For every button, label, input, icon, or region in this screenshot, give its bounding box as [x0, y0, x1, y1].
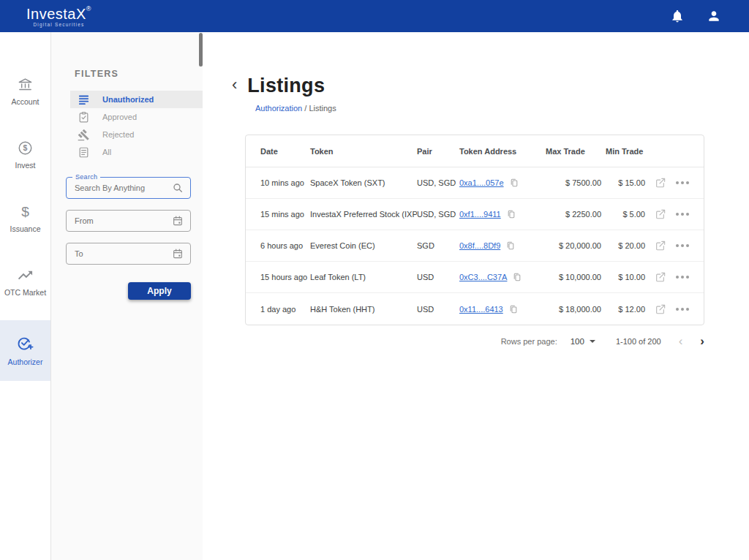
search-icon[interactable]	[172, 182, 184, 194]
token-address-link[interactable]: 0xa1....057e	[459, 178, 504, 187]
cell-max-trade: $ 10,000.00	[546, 273, 606, 281]
svg-text:$: $	[21, 204, 29, 219]
listings-table: Date Token Pair Token Address Max Trade …	[245, 135, 704, 325]
cell-min-trade: $ 5.00	[606, 210, 650, 219]
column-header-min-trade: Min Trade	[606, 147, 650, 156]
copy-icon[interactable]	[512, 272, 522, 282]
date-from-input[interactable]	[75, 216, 172, 225]
panel-scrollbar[interactable]	[199, 33, 203, 67]
cell-token: InvestaX Preferred Stock (IXPS)	[310, 210, 417, 219]
cell-pair: USD	[417, 305, 459, 314]
page-title: Listings	[247, 75, 325, 97]
more-options-icon[interactable]	[676, 178, 689, 187]
breadcrumb: Authorization / Listings	[255, 104, 749, 113]
column-header-date: Date	[260, 147, 310, 156]
filter-option-all[interactable]: All	[70, 143, 203, 161]
filter-option-rejected[interactable]: Rejected	[70, 126, 203, 143]
cell-pair: USD, SGD	[417, 178, 459, 187]
copy-icon[interactable]	[506, 209, 516, 219]
rows-per-page-value: 100	[571, 337, 584, 346]
cell-min-trade: $ 20.00	[606, 241, 650, 250]
rows-per-page-select[interactable]: 100	[571, 337, 595, 346]
table-header-row: Date Token Pair Token Address Max Trade …	[246, 135, 704, 167]
brand-name: InvestaX	[26, 6, 86, 22]
main-content: ‹ Listings Authorization / Listings Date…	[203, 32, 749, 560]
more-options-icon[interactable]	[676, 241, 689, 250]
cell-date: 1 day ago	[260, 305, 310, 314]
token-address-link[interactable]: 0xf1....9411	[459, 210, 501, 219]
caret-down-icon	[590, 340, 595, 343]
trending-up-icon	[17, 267, 34, 284]
cell-min-trade: $ 10.00	[606, 273, 650, 281]
bank-icon	[17, 76, 34, 93]
open-edit-icon[interactable]	[655, 303, 666, 315]
svg-text:$: $	[23, 143, 28, 152]
filter-option-approved[interactable]: Approved	[70, 108, 203, 126]
list-lines-icon	[78, 94, 90, 106]
table-row: 10 mins ago SpaceX Token (SXT) USD, SGD …	[246, 167, 704, 199]
filters-title: FILTERS	[75, 69, 203, 79]
top-navigation-bar: InvestaX® Digital Securities	[0, 0, 749, 32]
sidebar-item-otc-market[interactable]: OTC Market	[0, 257, 50, 307]
user-profile-icon[interactable]	[707, 9, 721, 23]
sidebar-item-label: OTC Market	[4, 288, 46, 297]
cell-date: 15 hours ago	[260, 273, 310, 281]
previous-page-chevron-icon[interactable]: ‹	[679, 335, 683, 347]
brand-logo[interactable]: InvestaX® Digital Securities	[26, 7, 91, 28]
search-input[interactable]	[75, 183, 172, 192]
row-actions	[650, 271, 689, 283]
cell-pair: SGD	[417, 241, 459, 250]
breadcrumb-link-authorization[interactable]: Authorization	[255, 104, 302, 113]
sidebar-item-label: Authorizer	[8, 357, 43, 366]
date-to-field	[66, 243, 191, 265]
more-options-icon[interactable]	[676, 273, 689, 281]
sidebar-item-authorizer[interactable]: Authorizer	[0, 320, 50, 381]
notifications-bell-icon[interactable]	[670, 9, 685, 23]
cell-token: H&H Token (HHT)	[310, 305, 417, 314]
token-address-link[interactable]: 0xC3....C37A	[459, 273, 507, 281]
pagination-range: 1-100 of 200	[616, 337, 661, 346]
sidebar-item-label: Issuance	[10, 224, 40, 233]
sidebar-item-invest[interactable]: $ Invest	[0, 129, 50, 180]
more-options-icon[interactable]	[676, 305, 689, 314]
date-from-field	[66, 210, 191, 232]
token-address-link[interactable]: 0x8f....8Df9	[459, 241, 500, 250]
brand-tagline: Digital Securities	[26, 23, 91, 28]
check-circle-plus-icon	[16, 335, 34, 353]
filter-option-unauthorized[interactable]: Unauthorized	[70, 91, 203, 108]
sidebar-item-account[interactable]: Account	[0, 66, 50, 116]
copy-icon[interactable]	[509, 178, 519, 188]
apply-button[interactable]: Apply	[128, 282, 191, 300]
back-chevron-icon[interactable]: ‹	[232, 77, 237, 93]
dollar-icon: $	[17, 203, 34, 220]
sidebar-item-label: Account	[12, 97, 39, 106]
cell-pair: USD, SGD	[417, 210, 459, 219]
cell-max-trade: $ 7500.00	[546, 178, 606, 187]
cell-token-address: 0x8f....8Df9	[459, 241, 546, 251]
open-edit-icon[interactable]	[655, 177, 666, 189]
date-to-input[interactable]	[75, 249, 172, 258]
column-header-max-trade: Max Trade	[546, 147, 606, 156]
open-edit-icon[interactable]	[655, 240, 666, 251]
table-row: 6 hours ago Everest Coin (EC) SGD 0x8f..…	[246, 230, 704, 262]
copy-icon[interactable]	[508, 304, 519, 314]
token-address-link[interactable]: 0x11....6413	[459, 305, 503, 314]
cell-date: 10 mins ago	[260, 178, 310, 187]
cell-min-trade: $ 12.00	[606, 305, 650, 314]
open-edit-icon[interactable]	[655, 271, 666, 283]
cell-max-trade: $ 18,000.00	[546, 305, 606, 314]
cell-token: Leaf Token (LT)	[310, 273, 417, 281]
next-page-chevron-icon[interactable]: ›	[700, 335, 704, 347]
calendar-icon[interactable]	[172, 248, 184, 260]
filter-option-label: Rejected	[102, 130, 134, 139]
table-row: 15 hours ago Leaf Token (LT) USD 0xC3...…	[246, 262, 704, 293]
row-actions	[650, 303, 689, 315]
calendar-icon[interactable]	[172, 215, 184, 227]
more-options-icon[interactable]	[676, 210, 689, 219]
open-edit-icon[interactable]	[655, 208, 666, 220]
cell-token: Everest Coin (EC)	[310, 241, 417, 250]
copy-icon[interactable]	[505, 241, 516, 251]
cell-token-address: 0xf1....9411	[459, 209, 546, 219]
sidebar-item-issuance[interactable]: $ Issuance	[0, 193, 50, 243]
cell-token: SpaceX Token (SXT)	[310, 178, 417, 187]
